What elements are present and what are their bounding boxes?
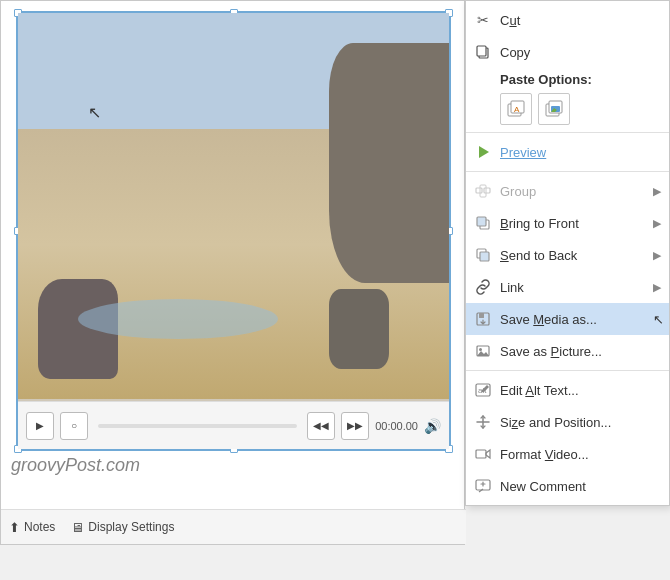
menu-item-edit-alt-text[interactable]: alt Edit Alt Text... (466, 374, 669, 406)
rock-right2 (329, 289, 389, 369)
menu-item-bring-to-front[interactable]: Bring to Front ▶ (466, 207, 669, 239)
separator-2 (466, 171, 669, 172)
menu-item-size-position[interactable]: Size and Position... (466, 406, 669, 438)
rotate-handle[interactable]: ↻ (226, 0, 242, 1)
save-picture-label: Save as Picture... (500, 344, 661, 359)
svg-marker-9 (479, 146, 489, 158)
cursor-pointer: ↖ (653, 312, 664, 327)
group-label: Group (500, 184, 649, 199)
svg-marker-25 (486, 450, 490, 458)
video-controls: ▶ ○ ◀◀ ▶▶ 00:00.00 🔊 (18, 401, 449, 449)
volume-icon[interactable]: 🔊 (424, 418, 441, 434)
svg-rect-10 (476, 188, 482, 193)
slide-area: ↻ ↖ ▶ ○ ◀◀ ▶▶ 00:00.00 (0, 0, 465, 545)
svg-text:A: A (514, 105, 520, 114)
svg-rect-24 (476, 450, 486, 458)
svg-point-20 (479, 348, 482, 351)
group-icon (472, 180, 494, 202)
display-settings-button[interactable]: 🖥 Display Settings (71, 520, 174, 535)
copy-label: Copy (500, 45, 661, 60)
format-video-icon (472, 443, 494, 465)
preview-label: Preview (500, 145, 661, 160)
save-media-label: Save Media as... (500, 312, 661, 327)
display-label: Display Settings (88, 520, 174, 534)
menu-item-send-to-back[interactable]: Send to Back ▶ (466, 239, 669, 271)
size-position-icon (472, 411, 494, 433)
menu-item-format-video[interactable]: Format Video... (466, 438, 669, 470)
status-bar: ⬆ Notes 🖥 Display Settings (1, 509, 466, 544)
cut-icon: ✂ (472, 9, 494, 31)
progress-bar[interactable] (98, 424, 297, 428)
rock-right (329, 43, 449, 283)
edit-alt-text-icon: alt (472, 379, 494, 401)
notes-button[interactable]: ⬆ Notes (9, 520, 55, 535)
separator-3 (466, 370, 669, 371)
bring-to-front-icon (472, 212, 494, 234)
send-to-back-label: Send to Back (500, 248, 649, 263)
paste-keep-source-btn[interactable]: A (500, 93, 532, 125)
menu-item-link[interactable]: Link ▶ (466, 271, 669, 303)
cut-label: Cut (500, 13, 661, 28)
send-to-back-arrow: ▶ (653, 249, 661, 262)
beach-image: ↖ (18, 13, 449, 399)
bring-to-front-label: Bring to Front (500, 216, 649, 231)
separator-1 (466, 132, 669, 133)
menu-item-group[interactable]: Group ▶ (466, 175, 669, 207)
svg-rect-18 (479, 313, 484, 318)
menu-item-cut[interactable]: ✂ Cut (466, 4, 669, 36)
next-button[interactable]: ▶▶ (341, 412, 369, 440)
send-to-back-icon (472, 244, 494, 266)
format-video-label: Format Video... (500, 447, 661, 462)
new-comment-icon (472, 475, 494, 497)
wave (78, 299, 278, 339)
svg-rect-12 (480, 185, 486, 197)
notes-label: Notes (24, 520, 55, 534)
svg-rect-14 (477, 217, 486, 226)
watermark: groovyPost.com (11, 455, 140, 476)
copy-icon (472, 41, 494, 63)
new-comment-label: New Comment (500, 479, 661, 494)
menu-item-save-picture[interactable]: Save as Picture... (466, 335, 669, 367)
menu-item-save-media[interactable]: Save Media as... ↖ (466, 303, 669, 335)
video-element[interactable]: ↻ ↖ ▶ ○ ◀◀ ▶▶ 00:00.00 (16, 11, 451, 451)
size-position-label: Size and Position... (500, 415, 661, 430)
context-menu: ✂ Cut Copy Paste Options: A (465, 0, 670, 506)
save-media-icon (472, 308, 494, 330)
prev-button[interactable]: ◀◀ (307, 412, 335, 440)
preview-icon (472, 141, 494, 163)
cursor-arrow: ↖ (88, 103, 101, 122)
svg-rect-1 (477, 46, 486, 56)
svg-rect-16 (480, 252, 489, 261)
paste-options-row: A (466, 89, 669, 129)
display-icon: 🖥 (71, 520, 84, 535)
menu-item-copy[interactable]: Copy (466, 36, 669, 68)
notes-icon: ⬆ (9, 520, 20, 535)
svg-rect-11 (484, 188, 490, 193)
menu-item-preview[interactable]: Preview (466, 136, 669, 168)
link-label: Link (500, 280, 649, 295)
link-icon (472, 276, 494, 298)
svg-marker-21 (477, 351, 489, 356)
group-arrow: ▶ (653, 185, 661, 198)
edit-alt-text-label: Edit Alt Text... (500, 383, 661, 398)
save-picture-icon (472, 340, 494, 362)
paste-picture-btn[interactable] (538, 93, 570, 125)
play-button[interactable]: ▶ (26, 412, 54, 440)
menu-item-new-comment[interactable]: New Comment (466, 470, 669, 502)
paste-options-header: Paste Options: (466, 68, 669, 89)
bring-to-front-arrow: ▶ (653, 217, 661, 230)
loop-button[interactable]: ○ (60, 412, 88, 440)
time-display: 00:00.00 (375, 420, 418, 432)
link-arrow: ▶ (653, 281, 661, 294)
